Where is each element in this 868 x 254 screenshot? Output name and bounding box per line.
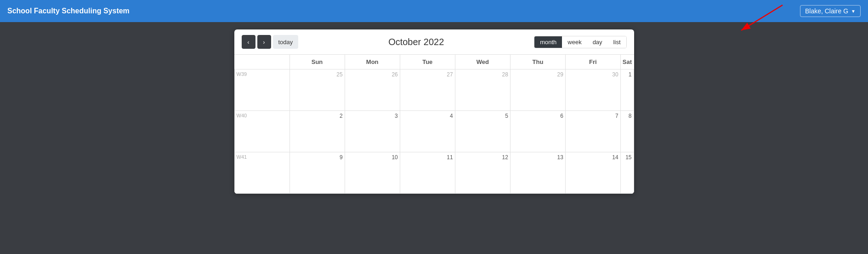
- day-number: 2: [292, 113, 343, 119]
- next-button[interactable]: ›: [257, 35, 271, 49]
- calendar-cell[interactable]: 5: [455, 111, 510, 152]
- day-header-fri: Fri: [565, 55, 620, 69]
- day-number: 6: [512, 113, 563, 119]
- navbar: School Faculty Scheduling System Blake, …: [0, 0, 868, 22]
- calendar-title: October 2022: [388, 37, 444, 47]
- day-number: 12: [457, 154, 508, 161]
- day-number: 4: [402, 113, 453, 119]
- calendar-cell[interactable]: 10: [345, 152, 400, 194]
- calendar-grid: Sun Mon Tue Wed Thu Fri Sat W39252627282…: [234, 55, 634, 194]
- calendar-card: ‹ › today October 2022 month week day li…: [234, 29, 634, 194]
- calendar-cell[interactable]: 3: [345, 111, 400, 152]
- week-num-header: [234, 55, 289, 69]
- week-number: W40: [234, 111, 289, 152]
- day-number: 1: [623, 71, 632, 78]
- day-number: 10: [347, 154, 398, 161]
- day-number: 15: [623, 154, 632, 161]
- calendar-cell[interactable]: 15: [620, 152, 634, 194]
- day-number: 27: [402, 71, 453, 78]
- view-list-button[interactable]: list: [608, 36, 626, 48]
- day-header-wed: Wed: [455, 55, 510, 69]
- day-header-mon: Mon: [345, 55, 400, 69]
- day-number: 5: [457, 113, 508, 119]
- day-number: 8: [623, 113, 632, 119]
- day-number: 26: [347, 71, 398, 78]
- calendar-cell[interactable]: 2: [289, 111, 345, 152]
- calendar-cell[interactable]: 7: [565, 111, 620, 152]
- day-header-sun: Sun: [289, 55, 345, 69]
- main-content: ‹ › today October 2022 month week day li…: [0, 22, 868, 254]
- calendar-cell[interactable]: 13: [510, 152, 565, 194]
- view-switcher: month week day list: [534, 36, 626, 48]
- calendar-cell[interactable]: 1: [620, 69, 634, 111]
- user-menu[interactable]: Blake, Claire G ▼: [800, 5, 861, 17]
- view-month-button[interactable]: month: [534, 36, 562, 48]
- user-name: Blake, Claire G: [805, 7, 848, 15]
- day-number: 30: [567, 71, 618, 78]
- day-number: 9: [292, 154, 343, 161]
- calendar-cell[interactable]: 30: [565, 69, 620, 111]
- calendar-cell[interactable]: 29: [510, 69, 565, 111]
- calendar-cell[interactable]: 6: [510, 111, 565, 152]
- caret-icon: ▼: [851, 9, 856, 14]
- day-number: 13: [512, 154, 563, 161]
- day-header-thu: Thu: [510, 55, 565, 69]
- today-button[interactable]: today: [273, 35, 299, 49]
- calendar-cell[interactable]: 8: [620, 111, 634, 152]
- view-day-button[interactable]: day: [587, 36, 608, 48]
- day-header-sat: Sat: [620, 55, 634, 69]
- calendar-cell[interactable]: 9: [289, 152, 345, 194]
- prev-button[interactable]: ‹: [242, 35, 255, 49]
- view-week-button[interactable]: week: [562, 36, 587, 48]
- calendar-cell[interactable]: 26: [345, 69, 400, 111]
- calendar-cell[interactable]: 14: [565, 152, 620, 194]
- calendar-cell[interactable]: 27: [400, 69, 455, 111]
- calendar-cell[interactable]: 11: [400, 152, 455, 194]
- calendar-nav: ‹ › today: [242, 35, 299, 49]
- day-header-tue: Tue: [400, 55, 455, 69]
- day-number: 28: [457, 71, 508, 78]
- calendar-cell[interactable]: 25: [289, 69, 345, 111]
- week-number: W39: [234, 69, 289, 111]
- calendar-cell[interactable]: 12: [455, 152, 510, 194]
- day-number: 29: [512, 71, 563, 78]
- app-title: School Faculty Scheduling System: [7, 7, 130, 15]
- calendar-cell[interactable]: 28: [455, 69, 510, 111]
- day-number: 7: [567, 113, 618, 119]
- week-number: W41: [234, 152, 289, 194]
- calendar-cell[interactable]: 4: [400, 111, 455, 152]
- day-number: 25: [292, 71, 343, 78]
- day-number: 11: [402, 154, 453, 161]
- day-number: 3: [347, 113, 398, 119]
- calendar-toolbar: ‹ › today October 2022 month week day li…: [234, 29, 634, 55]
- day-number: 14: [567, 154, 618, 161]
